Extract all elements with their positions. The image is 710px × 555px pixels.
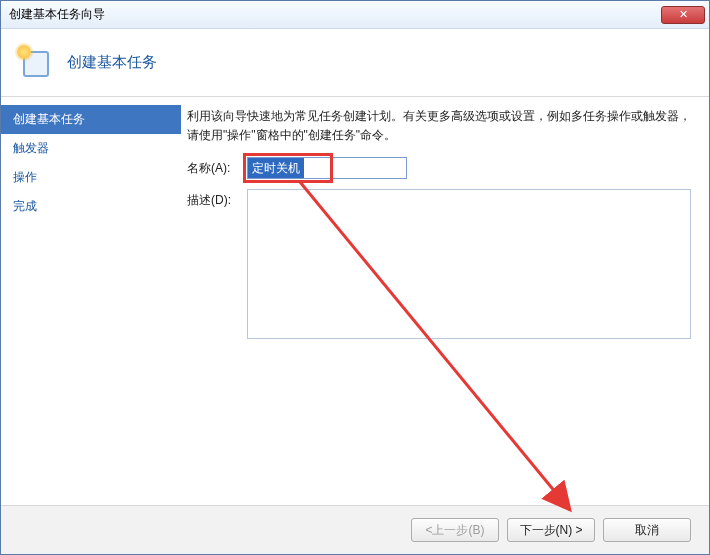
step-trigger[interactable]: 触发器 <box>1 134 181 163</box>
step-finish[interactable]: 完成 <box>1 192 181 221</box>
window-title: 创建基本任务向导 <box>9 6 105 23</box>
wizard-footer: <上一步(B) 下一步(N) > 取消 <box>1 506 709 554</box>
name-input-wrap: 定时关机 <box>247 157 691 179</box>
step-action[interactable]: 操作 <box>1 163 181 192</box>
step-create-basic-task[interactable]: 创建基本任务 <box>1 105 181 134</box>
intro-text: 利用该向导快速地为常见任务创建计划。有关更多高级选项或设置，例如多任务操作或触发… <box>187 107 691 145</box>
wizard-content: 利用该向导快速地为常见任务创建计划。有关更多高级选项或设置，例如多任务操作或触发… <box>181 97 709 505</box>
task-description-input[interactable] <box>247 189 691 339</box>
close-icon: ✕ <box>679 8 688 20</box>
page-title: 创建基本任务 <box>67 53 157 72</box>
next-button[interactable]: 下一步(N) > <box>507 518 595 542</box>
wizard-body: 创建基本任务 触发器 操作 完成 利用该向导快速地为常见任务创建计划。有关更多高… <box>1 97 709 506</box>
back-button: <上一步(B) <box>411 518 499 542</box>
name-label: 名称(A): <box>187 157 247 177</box>
titlebar: 创建基本任务向导 ✕ <box>1 1 709 29</box>
wizard-header: 创建基本任务 <box>1 29 709 97</box>
wizard-steps-sidebar: 创建基本任务 触发器 操作 完成 <box>1 97 181 505</box>
task-name-input[interactable] <box>247 157 407 179</box>
cancel-button[interactable]: 取消 <box>603 518 691 542</box>
description-label: 描述(D): <box>187 189 247 209</box>
description-row: 描述(D): <box>187 189 691 339</box>
task-scheduler-icon <box>19 47 51 79</box>
name-row: 名称(A): 定时关机 <box>187 157 691 179</box>
wizard-window: 创建基本任务向导 ✕ 创建基本任务 创建基本任务 触发器 操作 完成 利用该向导… <box>0 0 710 555</box>
close-button[interactable]: ✕ <box>661 6 705 24</box>
